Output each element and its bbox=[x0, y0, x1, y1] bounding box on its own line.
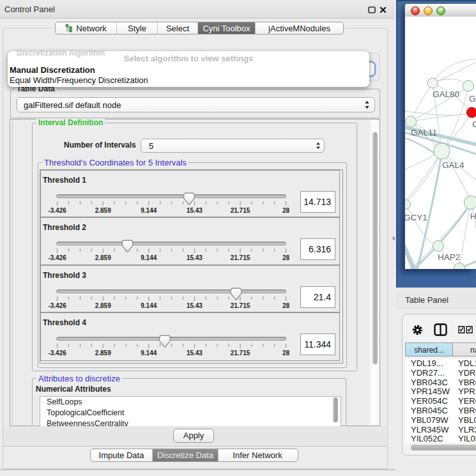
svg-text:GAL11: GAL11 bbox=[411, 128, 437, 137]
svg-text:C: C bbox=[472, 119, 476, 129]
svg-text:GAL4: GAL4 bbox=[442, 160, 464, 170]
svg-text:GA: GA bbox=[469, 94, 476, 104]
svg-text:GCY1: GCY1 bbox=[405, 213, 427, 222]
svg-text:H: H bbox=[470, 211, 476, 221]
svg-text:GAL80: GAL80 bbox=[433, 89, 459, 99]
svg-text:HAP2: HAP2 bbox=[438, 252, 460, 262]
